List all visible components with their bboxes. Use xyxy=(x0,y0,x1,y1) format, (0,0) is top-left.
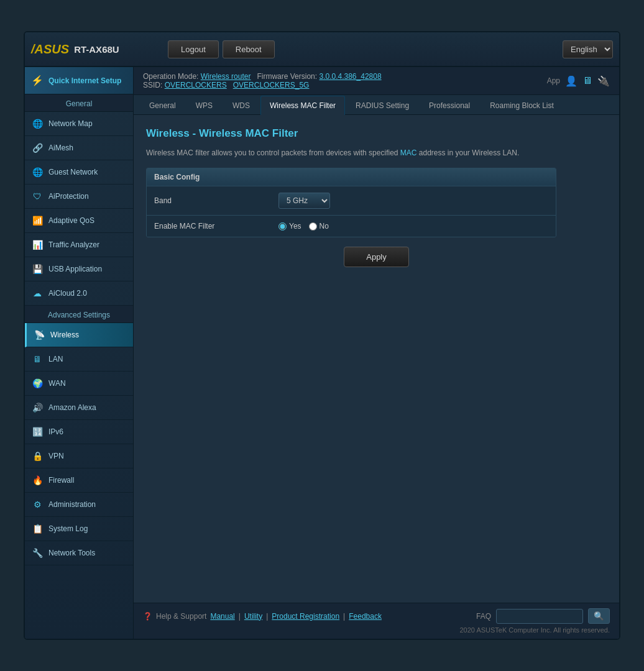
sidebar-item-label: Adaptive QoS xyxy=(48,216,94,225)
sidebar-item-network-tools[interactable]: 🔧 Network Tools xyxy=(25,541,133,565)
firewall-icon: 🔥 xyxy=(31,474,44,486)
firmware-value[interactable]: 3.0.0.4.386_42808 xyxy=(319,72,381,81)
aiprotection-icon: 🛡 xyxy=(31,190,44,203)
asus-logo: /ASUS xyxy=(31,42,69,57)
info-text: Operation Mode: Wireless router Firmware… xyxy=(143,72,382,89)
sidebar-item-label: WAN xyxy=(48,379,66,388)
administration-icon: ⚙ xyxy=(31,498,44,511)
sidebar-item-label: Traffic Analyzer xyxy=(48,240,99,249)
sidebar-item-lan[interactable]: 🖥 LAN xyxy=(25,347,133,372)
sidebar-item-aicloud[interactable]: ☁ AiCloud 2.0 xyxy=(25,281,133,306)
sidebar-item-ipv6[interactable]: 🔢 IPv6 xyxy=(25,420,133,444)
content-area: ⚡ Quick Internet Setup General 🌐 Network… xyxy=(25,67,619,639)
wan-icon: 🌍 xyxy=(31,377,44,390)
enable-yes-text: Yes xyxy=(289,222,301,231)
band-row: Band 2.4 GHz 5 GHz xyxy=(147,186,556,215)
firmware-label: Firmware Version: xyxy=(257,72,317,81)
tab-roaming-block-list[interactable]: Roaming Block List xyxy=(481,96,563,115)
logout-button[interactable]: Logout xyxy=(168,40,219,58)
tab-general[interactable]: General xyxy=(140,96,185,115)
vpn-icon: 🔒 xyxy=(31,450,44,462)
footer: ❓ Help & Support Manual | Utility | Prod… xyxy=(134,603,619,639)
enable-no-radio[interactable] xyxy=(309,222,317,231)
sidebar-item-label: AiMesh xyxy=(48,144,73,152)
sidebar-item-wan[interactable]: 🌍 WAN xyxy=(25,372,133,396)
wireless-icon: 📡 xyxy=(33,329,45,341)
enable-no-label[interactable]: No xyxy=(309,222,329,231)
sidebar-item-adaptive-qos[interactable]: 📶 Adaptive QoS xyxy=(25,209,133,233)
sidebar-item-administration[interactable]: ⚙ Administration xyxy=(25,493,133,517)
sidebar-item-label: Amazon Alexa xyxy=(48,403,96,412)
apply-button[interactable]: Apply xyxy=(344,247,409,267)
network-tools-icon: 🔧 xyxy=(31,547,44,559)
advanced-section-title: Advanced Settings xyxy=(25,306,133,323)
sidebar-item-label: System Log xyxy=(48,524,88,533)
product-registration-link[interactable]: Product Registration xyxy=(272,612,339,621)
sidebar-item-firewall[interactable]: 🔥 Firewall xyxy=(25,468,133,493)
ipv6-icon: 🔢 xyxy=(31,426,44,438)
band-label: Band xyxy=(154,196,278,205)
sidebar-item-aiprotection[interactable]: 🛡 AiProtection xyxy=(25,185,133,209)
band-control: 2.4 GHz 5 GHz xyxy=(278,193,330,209)
guest-network-icon: 🌐 xyxy=(31,166,44,178)
main-panel: Operation Mode: Wireless router Firmware… xyxy=(134,67,619,639)
tabs-bar: General WPS WDS Wireless MAC Filter RADI… xyxy=(134,95,619,115)
sidebar-item-system-log[interactable]: 📋 System Log xyxy=(25,517,133,541)
ssid-value1[interactable]: OVERCLOCKERS xyxy=(165,81,227,89)
mac-highlight: MAC xyxy=(400,148,417,157)
header: /ASUS RT-AX68U Logout Reboot English xyxy=(25,32,619,67)
enable-no-text: No xyxy=(320,222,329,231)
band-select[interactable]: 2.4 GHz 5 GHz xyxy=(278,193,330,209)
page-title: Wireless - Wireless MAC Filter xyxy=(146,127,607,140)
page-content: Wireless - Wireless MAC Filter Wireless … xyxy=(134,115,619,603)
reboot-button[interactable]: Reboot xyxy=(223,40,275,58)
utility-link[interactable]: Utility xyxy=(244,612,262,621)
enable-mac-filter-radio-group: Yes No xyxy=(278,222,329,231)
separator2: | xyxy=(266,612,268,621)
operation-mode-value[interactable]: Wireless router xyxy=(201,72,251,81)
sidebar-item-amazon-alexa[interactable]: 🔊 Amazon Alexa xyxy=(25,396,133,420)
app-label: App xyxy=(547,76,560,85)
faq-search-button[interactable]: 🔍 xyxy=(588,608,610,624)
lan-icon: 🖥 xyxy=(31,353,44,365)
manual-link[interactable]: Manual xyxy=(210,612,234,621)
sidebar-item-label: Firewall xyxy=(48,476,74,485)
faq-search-input[interactable] xyxy=(496,609,583,624)
ssid-value2[interactable]: OVERCLOCKERS_5G xyxy=(233,81,310,89)
sidebar-item-wireless[interactable]: 📡 Wireless xyxy=(25,323,133,347)
general-section-title: General xyxy=(25,94,133,112)
usb-icon[interactable]: 🔌 xyxy=(597,75,610,87)
sidebar-item-vpn[interactable]: 🔒 VPN xyxy=(25,444,133,468)
info-bar: Operation Mode: Wireless router Firmware… xyxy=(134,67,619,95)
enable-mac-filter-row: Enable MAC Filter Yes No xyxy=(147,215,556,237)
sidebar-item-aimesh[interactable]: 🔗 AiMesh xyxy=(25,136,133,160)
sidebar-item-label: Administration xyxy=(48,500,96,509)
separator3: | xyxy=(343,612,345,621)
tab-radius-setting[interactable]: RADIUS Setting xyxy=(346,96,418,115)
feedback-link[interactable]: Feedback xyxy=(349,612,382,621)
enable-mac-filter-label: Enable MAC Filter xyxy=(154,222,278,231)
quick-internet-setup[interactable]: ⚡ Quick Internet Setup xyxy=(25,67,133,94)
tab-wireless-mac-filter[interactable]: Wireless MAC Filter xyxy=(260,96,345,115)
usb-application-icon: 💾 xyxy=(31,263,44,275)
user-icon[interactable]: 👤 xyxy=(565,75,577,87)
sidebar-item-guest-network[interactable]: 🌐 Guest Network xyxy=(25,160,133,185)
tab-professional[interactable]: Professional xyxy=(420,96,479,115)
footer-links: ❓ Help & Support Manual | Utility | Prod… xyxy=(143,612,382,621)
enable-yes-label[interactable]: Yes xyxy=(278,222,301,231)
tab-wps[interactable]: WPS xyxy=(186,96,222,115)
enable-yes-radio[interactable] xyxy=(278,222,287,231)
language-select[interactable]: English xyxy=(563,40,613,58)
monitor-icon[interactable]: 🖥 xyxy=(582,75,592,86)
sidebar-item-label: Network Map xyxy=(48,119,93,128)
sidebar-item-traffic-analyzer[interactable]: 📊 Traffic Analyzer xyxy=(25,233,133,257)
info-icons: App 👤 🖥 🔌 xyxy=(547,75,610,87)
aimesh-icon: 🔗 xyxy=(31,142,44,154)
sidebar: ⚡ Quick Internet Setup General 🌐 Network… xyxy=(25,67,134,639)
sidebar-item-usb-application[interactable]: 💾 USB Application xyxy=(25,257,133,281)
sidebar-item-network-map[interactable]: 🌐 Network Map xyxy=(25,112,133,136)
operation-mode-label: Operation Mode: xyxy=(143,72,198,81)
tab-wds[interactable]: WDS xyxy=(223,96,259,115)
sidebar-item-label: Wireless xyxy=(50,331,79,339)
apply-row: Apply xyxy=(146,247,607,267)
